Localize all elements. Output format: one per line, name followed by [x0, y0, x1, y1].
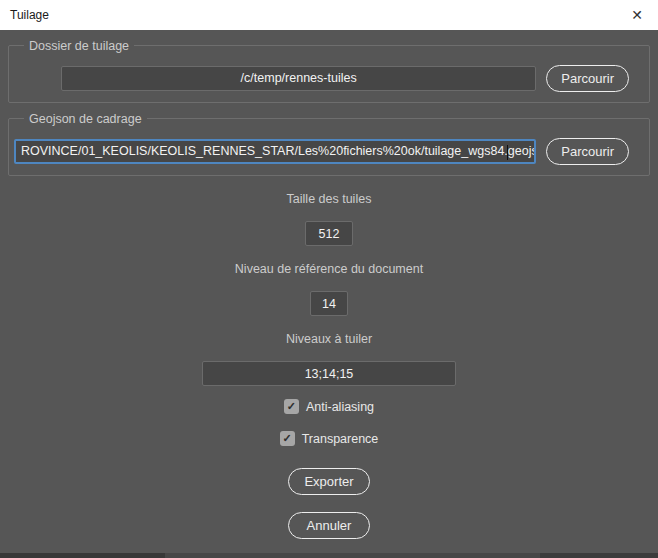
tuilage-dialog: Tuilage ✕ Dossier de tuilage /c/temp/ren… [0, 0, 658, 558]
levels-to-tile-input[interactable]: 13;14;15 [202, 361, 456, 386]
tiling-folder-input[interactable]: /c/temp/rennes-tuiles [61, 66, 536, 91]
group-geojson-cadrage: Geojson de cadrage ROVINCE/01_KEOLIS/KEO… [8, 118, 650, 176]
checkmark-icon: ✓ [287, 400, 296, 413]
close-button[interactable]: ✕ [616, 0, 658, 30]
tile-size-input[interactable]: 512 [305, 221, 353, 246]
anti-aliasing-checkbox[interactable]: ✓ [284, 399, 299, 414]
close-icon: ✕ [631, 8, 643, 22]
geojson-input-value: ROVINCE/01_KEOLIS/KEOLIS_RENNES_STAR/Les… [21, 144, 536, 158]
anti-aliasing-row: ✓ Anti-aliasing [284, 399, 374, 414]
group-geojson-cadrage-label: Geojson de cadrage [24, 111, 147, 127]
title-bar: Tuilage ✕ [0, 0, 658, 30]
group-dossier-tuilage: Dossier de tuilage /c/temp/rennes-tuiles… [8, 45, 650, 103]
export-button[interactable]: Exporter [288, 468, 370, 495]
cancel-button[interactable]: Annuler [288, 512, 370, 539]
strip-segment [165, 553, 540, 558]
strip-segment [540, 553, 658, 558]
transparency-label: Transparence [302, 432, 379, 446]
levels-to-tile-label: Niveaux à tuiler [286, 332, 372, 346]
background-windows-strip [0, 553, 658, 558]
group-dossier-tuilage-label: Dossier de tuilage [24, 38, 134, 54]
reference-level-label: Niveau de référence du document [235, 262, 423, 276]
transparency-checkbox[interactable]: ✓ [280, 431, 295, 446]
dossier-tuilage-row: /c/temp/rennes-tuiles Parcourir [9, 46, 649, 102]
geojson-input[interactable]: ROVINCE/01_KEOLIS/KEOLIS_RENNES_STAR/Les… [14, 139, 536, 164]
transparency-row: ✓ Transparence [280, 431, 379, 446]
tile-size-label: Taille des tuiles [287, 192, 372, 206]
anti-aliasing-label: Anti-aliasing [306, 400, 374, 414]
tiling-folder-browse-button[interactable]: Parcourir [546, 65, 629, 92]
strip-segment [0, 553, 165, 558]
checkmark-icon: ✓ [283, 432, 292, 445]
window-title: Tuilage [10, 8, 49, 22]
settings-stack: Taille des tuiles 512 Niveau de référenc… [0, 176, 658, 539]
geojson-browse-button[interactable]: Parcourir [546, 138, 629, 165]
text-caret [507, 145, 508, 160]
reference-level-input[interactable]: 14 [310, 291, 348, 316]
geojson-cadrage-row: ROVINCE/01_KEOLIS/KEOLIS_RENNES_STAR/Les… [9, 119, 649, 175]
